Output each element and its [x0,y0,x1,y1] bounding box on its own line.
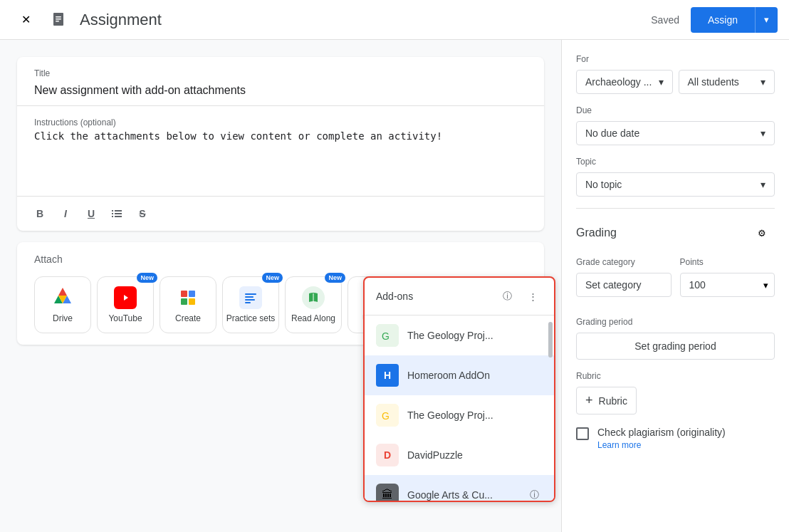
topic-group: Topic No topic ▾ [576,157,775,197]
points-row: 100 ▾ [680,273,775,297]
due-chevron-icon: ▾ [761,127,766,139]
svg-rect-17 [181,291,187,297]
svg-rect-24 [245,302,251,303]
points-chevron-icon: ▾ [763,280,768,291]
youtube-button[interactable]: New YouTube [97,276,154,333]
learn-more-link[interactable]: Learn more [597,440,726,450]
topic-value: No topic [585,179,622,190]
grading-period-label: Grading period [576,317,775,327]
svg-rect-1 [56,16,61,18]
addons-header: Add-ons ⓘ ⋮ [365,278,554,315]
addon-info-button-google-arts[interactable]: ⓘ [526,486,543,501]
grading-settings-button[interactable]: ⚙ [749,220,775,246]
saved-status: Saved [651,14,679,26]
svg-rect-4 [112,210,113,212]
youtube-label: YouTube [108,313,142,323]
list-button[interactable] [105,202,128,225]
assign-dropdown-button[interactable]: ▾ [755,7,778,33]
set-grading-period-button[interactable]: Set grading period [576,333,775,360]
class-dropdown[interactable]: Archaeology ... ▾ [576,70,673,94]
students-value: All students [688,76,739,88]
page-title: Assignment [80,11,651,29]
close-icon: ✕ [21,13,31,26]
addon-name-davidpuzzle: DavidPuzzle [407,449,543,461]
title-input[interactable] [34,81,527,100]
formatting-toolbar: B I U S [17,196,544,231]
addons-header-icons: ⓘ ⋮ [497,286,543,306]
practice-sets-new-badge: New [262,273,283,283]
svg-marker-16 [124,295,128,301]
addon-icon-geology2: G [376,404,399,427]
addon-icon-davidpuzzle: D [376,444,399,466]
class-chevron-icon: ▾ [659,76,664,88]
grading-header: Grading ⚙ [576,220,775,246]
doc-icon [46,6,74,34]
students-dropdown[interactable]: All students ▾ [679,70,775,94]
plagiarism-row: Check plagiarism (originality) Learn mor… [576,426,775,450]
addon-item-homeroom[interactable]: H Homeroom AddOn [365,355,554,395]
students-chevron-icon: ▾ [761,76,766,88]
topic-dropdown[interactable]: No topic ▾ [576,172,775,197]
svg-rect-9 [115,216,122,217]
plagiarism-checkbox[interactable] [576,427,589,440]
topic-chevron-icon: ▾ [761,179,766,190]
plagiarism-text-group: Check plagiarism (originality) Learn mor… [597,426,726,450]
addon-icon-homeroom: H [376,364,399,387]
italic-button[interactable]: I [54,202,77,225]
left-panel: Title Instructions (optional) Click the … [0,40,561,532]
practice-sets-button[interactable]: New Practice sets [222,276,279,333]
due-dropdown[interactable]: No due date ▾ [576,121,775,145]
attach-card: Attach Drive [17,242,544,345]
svg-rect-22 [245,296,254,298]
rubric-group: Rubric + Rubric [576,371,775,414]
addons-info-button[interactable]: ⓘ [497,286,517,306]
grading-period-group: Grading period Set grading period [576,317,775,360]
due-value: No due date [585,127,639,139]
read-along-button[interactable]: New Read Along [285,276,342,333]
title-label: Title [34,68,527,78]
strikethrough-button[interactable]: S [131,202,154,225]
svg-rect-5 [115,210,122,212]
scrollbar-track [548,315,553,501]
addons-more-button[interactable]: ⋮ [523,286,543,306]
svg-rect-19 [181,298,187,305]
svg-rect-23 [245,299,255,301]
bold-button[interactable]: B [28,202,51,225]
drive-label: Drive [53,313,73,323]
assign-button[interactable]: Assign [691,7,755,33]
add-rubric-button[interactable]: + Rubric [576,387,637,414]
addon-icon-geology1: G [376,324,399,347]
addon-item-google-arts[interactable]: 🏛 Google Arts & Cu... ⓘ [365,475,554,501]
create-button[interactable]: Create [160,276,216,333]
rubric-label: Rubric [576,371,775,381]
addon-item-davidpuzzle[interactable]: D DavidPuzzle [365,435,554,475]
svg-rect-18 [189,291,195,297]
points-value: 100 [681,273,758,296]
addon-name-geology2: The Geology Proj... [407,410,543,421]
addon-item-geology1[interactable]: G The Geology Proj... [365,315,554,355]
svg-rect-8 [112,216,113,217]
set-category-button[interactable]: Set category [576,273,672,297]
points-group: Points 100 ▾ [680,257,775,297]
addon-icon-google-arts: 🏛 [376,484,399,501]
main-content: Title Instructions (optional) Click the … [0,40,789,532]
drive-button[interactable]: Drive [34,276,91,333]
addon-name-homeroom: Homeroom AddOn [407,370,543,381]
rubric-btn-label: Rubric [599,395,627,407]
close-button[interactable]: ✕ [11,6,40,34]
points-dropdown-button[interactable]: ▾ [758,274,774,296]
addons-popup: Add-ons ⓘ ⋮ G [363,276,555,502]
chevron-down-icon: ▾ [764,14,769,25]
instructions-input[interactable]: Click the attachments below to view cont… [34,130,527,187]
grade-category-label: Grade category [576,257,672,267]
for-group: For Archaeology ... ▾ All students ▾ [576,54,775,94]
underline-button[interactable]: U [80,202,103,225]
right-panel: For Archaeology ... ▾ All students ▾ Due… [561,40,789,532]
addon-item-geology2[interactable]: G The Geology Proj... [365,395,554,435]
topic-label: Topic [576,157,775,167]
attach-label: Attach [34,254,527,265]
class-value: Archaeology ... [585,76,652,88]
instructions-label: Instructions (optional) [34,118,527,127]
read-along-label: Read Along [291,313,335,323]
grade-row: Grade category Set category Points 100 ▾ [576,257,775,308]
